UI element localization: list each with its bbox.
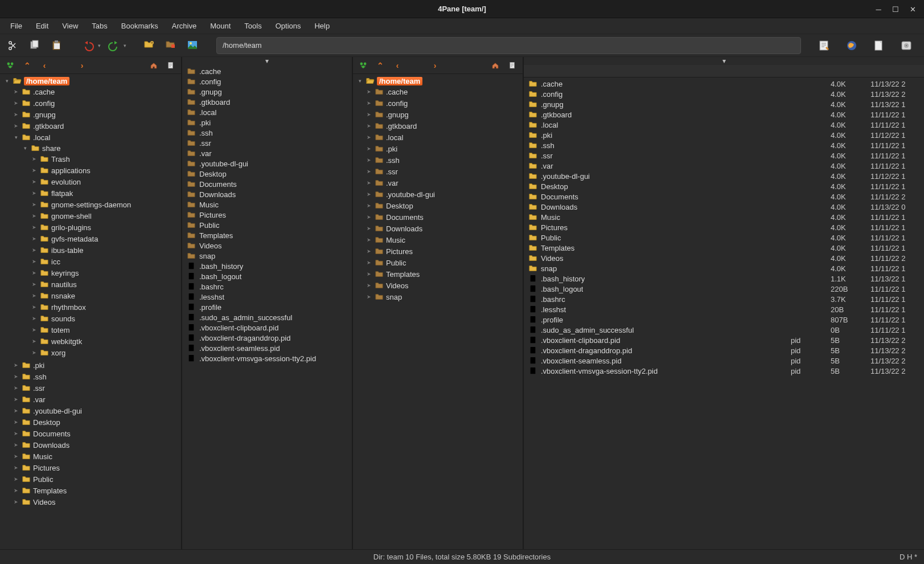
tree1-doc-button[interactable] (164, 59, 178, 72)
menu-view[interactable]: View (56, 19, 84, 32)
list-item[interactable]: .ssr 4.0K 11/11/22 1 (526, 150, 922, 161)
tree2-fwd-button[interactable] (428, 59, 442, 72)
tree-node[interactable]: ➤Videos (13, 497, 180, 507)
tree-node[interactable]: ▾.local (13, 132, 180, 142)
menu-bookmarks[interactable]: Bookmarks (116, 19, 164, 32)
cut-button[interactable] (5, 37, 22, 54)
list-item[interactable]: .sudo_as_admin_successful 0B 11/11/22 1 (526, 325, 922, 335)
list1-dropdown[interactable]: ▾ (182, 57, 352, 65)
tree-node[interactable]: ➤Downloads (366, 223, 521, 234)
list-item[interactable]: .ssh 4.0K 11/11/22 1 (526, 140, 922, 150)
menu-archive[interactable]: Archive (166, 19, 202, 32)
list-item[interactable]: Public (184, 220, 350, 230)
tree-node[interactable]: ➤Music (366, 235, 521, 245)
list-item[interactable]: .lesshst 20B 11/11/22 1 (526, 304, 922, 314)
minimize-button[interactable]: ─ (870, 2, 886, 16)
list2-dropdown[interactable]: ▾ (524, 57, 924, 65)
list-item[interactable]: .youtube-dl-gui 4.0K 11/12/22 1 (526, 171, 922, 181)
list-item[interactable]: Documents 4.0K 11/11/22 2 (526, 191, 922, 202)
list-item[interactable]: .pki (184, 117, 350, 128)
menu-help[interactable]: Help (309, 19, 335, 32)
tree-node[interactable]: ➤applications (31, 165, 180, 175)
list-item[interactable]: .gtkboard (184, 97, 350, 107)
list-item[interactable]: .vboxclient-seamless.pid (184, 343, 350, 353)
firefox-launcher[interactable] (843, 37, 860, 54)
tree-node[interactable]: ➤.var (13, 394, 180, 404)
list2-header[interactable] (524, 65, 924, 77)
tree-node[interactable]: ➤Desktop (13, 417, 180, 427)
list-item[interactable]: Desktop (184, 169, 350, 179)
list-item[interactable]: Downloads 4.0K 11/13/22 0 (526, 202, 922, 212)
list-item[interactable]: .bash_logout 220B 11/11/22 1 (526, 284, 922, 294)
tree-node[interactable]: ➤evolution (31, 177, 180, 187)
list-item[interactable]: .vboxclient-vmsvga-session-tty2.pid pid … (526, 366, 922, 376)
menu-tabs[interactable]: Tabs (86, 19, 113, 32)
tree2-root[interactable]: ▾/home/team (356, 76, 521, 86)
tree-node[interactable]: ➤.gtkboard (13, 121, 180, 131)
list-item[interactable]: .vboxclient-seamless.pid pid 5B 11/13/22… (526, 355, 922, 366)
tree-node[interactable]: ➤Videos (366, 280, 521, 291)
list-item[interactable]: .profile 807B 11/11/22 1 (526, 314, 922, 325)
tree1-back-button[interactable] (38, 59, 51, 72)
list-item[interactable]: .profile (184, 302, 350, 312)
list-item[interactable]: .pki 4.0K 11/12/22 1 (526, 130, 922, 140)
tree-node[interactable]: ➤gnome-settings-daemon (31, 199, 180, 210)
tree-node[interactable]: ➤.config (366, 98, 521, 108)
menu-tools[interactable]: Tools (239, 19, 267, 32)
tree-node[interactable]: ➤nsnake (31, 291, 180, 301)
tree-node[interactable]: ➤Templates (13, 485, 180, 496)
tree-node[interactable]: ➤Public (13, 474, 180, 484)
list-item[interactable]: Downloads (184, 189, 350, 199)
list-item[interactable]: Desktop 4.0K 11/11/22 1 (526, 181, 922, 191)
list-item[interactable]: .ssr (184, 138, 350, 148)
list-item[interactable]: .vboxclient-clipboard.pid pid 5B 11/13/2… (526, 335, 922, 345)
tree2-up-button[interactable] (373, 59, 387, 72)
undo-button[interactable] (80, 37, 97, 54)
copy-button[interactable] (26, 37, 43, 54)
tree-node[interactable]: ➤Public (366, 258, 521, 268)
tree-node[interactable]: ➤.ssh (13, 371, 180, 382)
list-item[interactable]: snap 4.0K 11/11/22 1 (526, 263, 922, 273)
tree-node[interactable]: ➤sounds (31, 313, 180, 324)
tree1-home-button[interactable] (147, 59, 161, 72)
tree-node[interactable]: ➤.local (366, 132, 521, 142)
redo-button[interactable] (105, 37, 122, 54)
list-item[interactable]: .local 4.0K 11/11/22 1 (526, 120, 922, 130)
maximize-button[interactable]: ☐ (888, 2, 904, 16)
tree-node[interactable]: ➤Desktop (366, 201, 521, 211)
list-item[interactable]: Music (184, 199, 350, 210)
disk-launcher[interactable] (898, 37, 915, 54)
tree-node[interactable]: ➤grilo-plugins (31, 222, 180, 232)
list-item[interactable]: .var 4.0K 11/11/22 1 (526, 161, 922, 171)
list-item[interactable]: .bash_history 1.1K 11/13/22 1 (526, 273, 922, 284)
tree-node[interactable]: ➤ibus-table (31, 245, 180, 255)
tree2-home-button[interactable] (488, 59, 502, 72)
list-item[interactable]: Documents (184, 179, 350, 189)
tree-node[interactable]: ➤.youtube-dl-gui (13, 406, 180, 416)
tree-node[interactable]: ➤.youtube-dl-gui (366, 189, 521, 199)
tree-node[interactable]: ➤.ssr (366, 166, 521, 177)
tree-node[interactable]: ➤webkitgtk (31, 336, 180, 346)
tree-node[interactable]: ➤Trash (31, 154, 180, 164)
tree-node[interactable]: ➤.config (13, 98, 180, 108)
list-item[interactable]: Templates 4.0K 11/11/22 1 (526, 243, 922, 253)
list-item[interactable]: .gnupg 4.0K 11/13/22 1 (526, 99, 922, 109)
tree1-root[interactable]: ▾/home/team (3, 76, 180, 86)
menu-edit[interactable]: Edit (30, 19, 54, 32)
list-item[interactable]: Pictures 4.0K 11/11/22 1 (526, 222, 922, 232)
folder-props-button[interactable] (163, 37, 180, 54)
tree-node[interactable]: ➤xorg (31, 348, 180, 358)
list-item[interactable]: .sudo_as_admin_successful (184, 312, 350, 322)
list-item[interactable]: .config (184, 76, 350, 87)
list-item[interactable]: Music 4.0K 11/11/22 1 (526, 212, 922, 222)
list-item[interactable]: snap (184, 251, 350, 261)
tree-node[interactable]: ➤Documents (13, 428, 180, 439)
image-button[interactable] (184, 37, 202, 54)
editor-launcher[interactable] (816, 37, 833, 54)
tree-node[interactable]: ➤flatpak (31, 188, 180, 198)
tree-node[interactable]: ➤.var (366, 178, 521, 188)
tree-node[interactable]: ➤Music (13, 451, 180, 461)
list-item[interactable]: .local (184, 107, 350, 117)
tree-node[interactable]: ➤.cache (366, 87, 521, 97)
list-item[interactable]: .bashrc (184, 281, 350, 292)
